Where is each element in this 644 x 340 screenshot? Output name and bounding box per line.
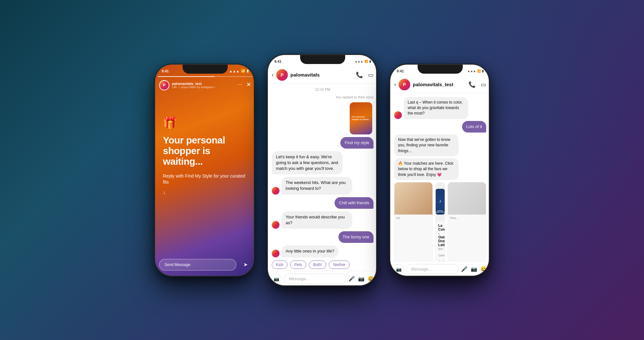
- sent-message-2: Chill with friends: [335, 197, 374, 209]
- received-message-4: Any little ones in your life?: [281, 245, 338, 257]
- story-subtext: Reply with Find My Style for your curate…: [163, 173, 247, 186]
- phones-container: 9:41 ▲▲▲ 📶 ▮ P palomavitals_test: [155, 54, 489, 286]
- product-card-partial-right: Thre...: [448, 182, 486, 263]
- story-time: 14h: [172, 86, 177, 89]
- signal-icon-3: ▲▲▲: [467, 69, 476, 73]
- received-message-2: The weekend hits. What are you looking f…: [281, 177, 352, 194]
- msg-row-3: Any little ones in your life?: [272, 245, 374, 257]
- product-emoji-icon[interactable]: 😀: [480, 266, 487, 272]
- received-message-3: Your friends would describe you as?: [281, 211, 352, 229]
- product-phone-icon[interactable]: 📞: [469, 81, 476, 88]
- product-video-icon[interactable]: ▭: [481, 81, 486, 88]
- story-actions: ⋯ ✕: [238, 81, 251, 88]
- story-close-icon[interactable]: ✕: [246, 81, 251, 88]
- phone-product: 9:41 ▲▲▲ 📶 ▮ ‹ P palomavitals_test 📞 ▭: [390, 64, 489, 276]
- product-card-info: La Colombe - Oatmilk Draft Latte $42 · O…: [436, 221, 445, 263]
- quick-reply-both[interactable]: Both!: [309, 261, 326, 269]
- product-received-3: 🔥 Your matches are here. Click below to …: [394, 158, 459, 180]
- story-screen: 9:41 ▲▲▲ 📶 ▮ P palomavitals_test: [155, 65, 254, 276]
- status-icons-1: ▲▲▲ 📶 ▮: [229, 69, 249, 73]
- bot-avatar-3: [272, 250, 279, 257]
- emoji-icon[interactable]: 😀: [368, 276, 374, 282]
- story-user-info: P palomavitals_test 14h ♫ Aqua Glitter b…: [159, 80, 215, 90]
- signal-icon-2: ▲▲▲: [355, 60, 363, 63]
- product-received-1: Last q – When it comes to color, what do…: [404, 97, 468, 119]
- chat-input-bar: 📷 Message... 🎤 📷 😀: [268, 271, 377, 286]
- story-content: 🎁 Your personal shopper is waiting... Re…: [155, 110, 254, 202]
- story-bottom: Send Message ➤: [155, 259, 254, 271]
- story-arrow: ↓: [163, 189, 247, 195]
- story-username-area: palomavitals_test 14h ♫ Aqua Glitter by …: [172, 82, 215, 89]
- story-top-bar: P palomavitals_test 14h ♫ Aqua Glitter b…: [155, 76, 254, 93]
- received-message-1: Let's keep it fun & easy. We're going to…: [272, 151, 343, 175]
- chat-header-icons: 📞 ▭: [356, 71, 374, 78]
- product-card-main: f OATMILKDRAFT LATTE La Colombe - Oatmil…: [435, 182, 445, 263]
- story-avatar: P: [159, 80, 169, 90]
- gift-icon: 🎁: [163, 116, 247, 130]
- story-reply-label: You replied to their story: [272, 95, 374, 99]
- product-screen: 9:41 ▲▲▲ 📶 ▮ ‹ P palomavitals_test 📞 ▭: [390, 65, 489, 276]
- photo-icon[interactable]: 📷: [358, 276, 365, 282]
- quick-reply-pets[interactable]: Pets: [290, 261, 306, 269]
- mic-icon[interactable]: 🎤: [348, 276, 355, 282]
- product-chat-input-bar: 📷 Message... 🎤 📷 😀: [390, 261, 489, 276]
- product-card-image: f OATMILKDRAFT LATTE: [436, 182, 445, 221]
- phone-story: 9:41 ▲▲▲ 📶 ▮ P palomavitals_test: [155, 64, 254, 276]
- product-received-2: Now that we've gotten to know you, findi…: [394, 134, 459, 156]
- quick-reply-kids[interactable]: Kids: [272, 261, 288, 269]
- chat-screen: 9:41 ▲▲▲ 📶 ▮ ‹ P palomavitals 📞 ▭ 12: [268, 55, 377, 286]
- back-button[interactable]: ‹: [272, 71, 274, 78]
- status-icons-3: ▲▲▲ 📶 ▮: [467, 69, 484, 73]
- product-chat-avatar: P: [399, 79, 410, 90]
- notch-3: [418, 65, 463, 74]
- chat-header: ‹ P palomavitals 📞 ▭: [268, 67, 377, 84]
- sent-message-1: Find my style: [340, 137, 374, 149]
- product-chat-header: ‹ P palomavitals_test 📞 ▭: [390, 76, 489, 93]
- camera-icon[interactable]: 📷: [271, 274, 281, 284]
- products-row: Kit f OATMILKDRAFT LATTE: [394, 182, 486, 263]
- msg-row-2: Your friends would describe you as?: [272, 211, 374, 229]
- product-camera-icon[interactable]: 📷: [393, 264, 404, 274]
- time-label: 12:15 PM: [272, 87, 374, 91]
- wifi-icon-1: 📶: [241, 69, 245, 73]
- phone-chat: 9:41 ▲▲▲ 📶 ▮ ‹ P palomavitals 📞 ▭ 12: [267, 54, 377, 286]
- phone-icon[interactable]: 📞: [356, 71, 363, 78]
- product-back-button[interactable]: ‹: [394, 81, 396, 88]
- time-2: 9:41: [274, 60, 281, 63]
- time-1: 9:41: [162, 69, 169, 73]
- chat-input[interactable]: Message...: [284, 274, 346, 284]
- product-bot-avatar-1: [394, 111, 402, 119]
- battery-icon-1: ▮: [247, 69, 249, 73]
- messages-area: 12:15 PM You replied to their story Your…: [268, 84, 377, 283]
- bot-avatar-1: [272, 187, 279, 195]
- signal-icon-1: ▲▲▲: [229, 69, 240, 73]
- product-messages-area: Last q – When it comes to color, what do…: [390, 93, 489, 267]
- story-message-input[interactable]: Send Message: [159, 259, 236, 271]
- status-icons-2: ▲▲▲ 📶 ▮: [355, 60, 371, 63]
- quick-reply-niether[interactable]: Niether: [329, 261, 350, 269]
- video-icon[interactable]: ▭: [368, 71, 374, 78]
- product-photo-icon[interactable]: 📷: [471, 266, 477, 272]
- battery-icon-2: ▮: [369, 60, 371, 63]
- quick-replies: Kids Pets Both! Niether: [272, 261, 374, 269]
- story-send-button[interactable]: ➤: [240, 259, 251, 271]
- story-music: ♫ Aqua Glitter by instagram ›: [178, 86, 215, 89]
- product-chat-input[interactable]: Message...: [406, 264, 459, 274]
- battery-icon-3: ▮: [482, 69, 484, 73]
- product-sent-1: Lots of it: [462, 121, 486, 133]
- story-reply-thumb: Your personal shopper is waiting...: [350, 102, 374, 134]
- product-chat-username: palomavitals_test: [413, 82, 466, 87]
- product-msg-row-1: Last q – When it comes to color, what do…: [394, 97, 486, 119]
- msg-row-1: The weekend hits. What are you looking f…: [272, 177, 374, 194]
- notch-1: [183, 65, 228, 74]
- story-headline: Your personal shopper is waiting...: [163, 135, 247, 167]
- sent-message-3: The funny one: [338, 231, 374, 243]
- chat-username: palomavitals: [290, 72, 353, 78]
- product-meta: $42 · Oatmilk · Cold Brew: [438, 247, 442, 263]
- bot-avatar-2: [272, 221, 279, 229]
- product-mic-icon[interactable]: 🎤: [461, 266, 468, 272]
- story-more-icon[interactable]: ⋯: [238, 82, 242, 87]
- product-chat-header-icons: 📞 ▭: [469, 81, 486, 88]
- wifi-icon-2: 📶: [365, 60, 368, 63]
- product-title: La Colombe - Oatmilk Draft Latte: [438, 224, 442, 247]
